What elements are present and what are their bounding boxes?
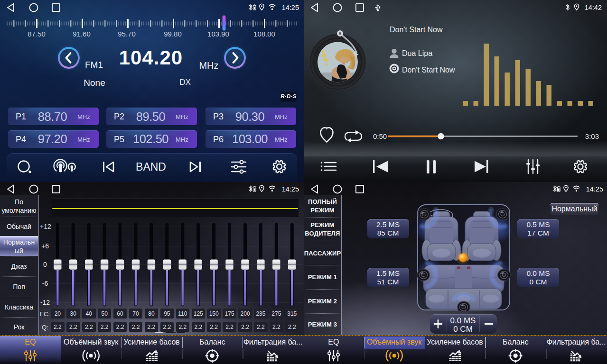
svg-text:99.80: 99.80: [164, 30, 182, 38]
svg-text:108.00: 108.00: [253, 30, 275, 38]
svg-text:87.50: 87.50: [28, 30, 46, 38]
svg-text:103.90: 103.90: [207, 30, 229, 38]
svg-text:BAND: BAND: [136, 161, 166, 173]
svg-text:95.70: 95.70: [118, 30, 136, 38]
svg-text:0:50: 0:50: [373, 132, 387, 140]
svg-text:91.60: 91.60: [73, 30, 91, 38]
svg-text:3:03: 3:03: [585, 132, 599, 140]
svg-text:14:25: 14:25: [586, 185, 603, 193]
